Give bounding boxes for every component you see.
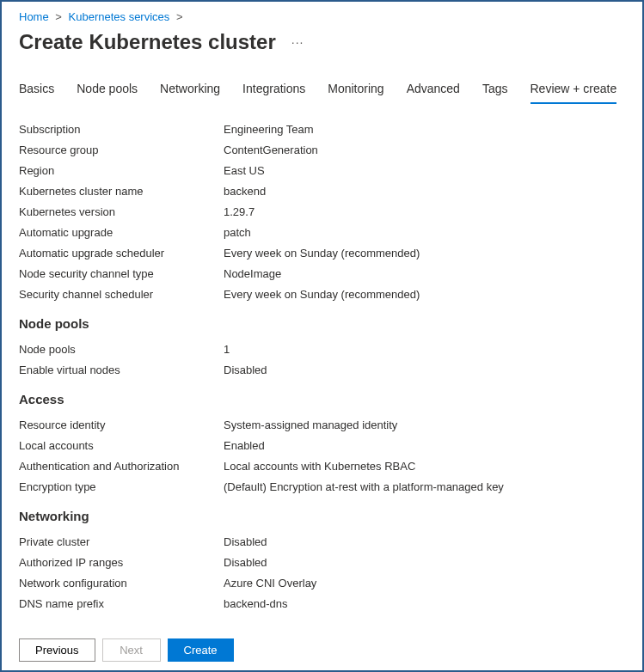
summary-value: 1 [224,343,230,356]
summary-row: Resource identity System-assigned manage… [19,418,625,431]
summary-label: Private cluster [19,535,224,548]
summary-row: Local accounts Enabled [19,439,625,452]
tab-basics[interactable]: Basics [19,76,54,104]
summary-value: Local accounts with Kubernetes RBAC [224,460,415,473]
page-title-row: Create Kubernetes cluster ··· [2,27,642,68]
summary-row: Kubernetes version 1.29.7 [19,205,625,218]
tab-review-create[interactable]: Review + create [531,76,617,104]
summary-row: Encryption type (Default) Encryption at-… [19,480,625,493]
page-title: Create Kubernetes cluster [19,30,276,54]
summary-value: East US [224,164,265,177]
summary-label: Local accounts [19,439,224,452]
summary-row: Resource group ContentGeneration [19,144,625,156]
summary-label: Kubernetes cluster name [19,185,224,198]
summary-label: Security channel scheduler [19,288,224,301]
summary-label: Authorized IP ranges [19,556,224,569]
summary-value: Disabled [224,363,267,376]
footer: Previous Next Create [2,630,642,670]
summary-row: Private cluster Disabled [19,535,625,548]
summary-value: Every week on Sunday (recommended) [224,288,420,301]
previous-button[interactable]: Previous [19,638,95,662]
tab-networking[interactable]: Networking [160,76,220,104]
summary-label: Automatic upgrade [19,226,224,239]
summary-value: (Default) Encryption at-rest with a plat… [224,480,504,493]
summary-value: Every week on Sunday (recommended) [224,247,420,260]
section-heading-networking: Networking [19,509,625,523]
summary-value: patch [224,226,251,239]
summary-label: Automatic upgrade scheduler [19,247,224,260]
section-heading-node-pools: Node pools [19,316,625,331]
summary-value: backend-dns [224,597,287,610]
summary-label: Subscription [19,123,224,136]
summary-value: Enabled [224,439,265,452]
summary-label: DNS name prefix [19,597,224,610]
summary-row: Automatic upgrade scheduler Every week o… [19,247,625,260]
summary-row: DNS name prefix backend-dns [19,597,625,610]
more-icon[interactable]: ··· [291,35,304,49]
summary-row: Security channel scheduler Every week on… [19,288,625,301]
chevron-right-icon: > [176,10,183,23]
breadcrumb-home[interactable]: Home [19,10,49,23]
summary-value: Azure CNI Overlay [224,577,316,590]
summary-row: Authorized IP ranges Disabled [19,556,625,569]
summary-row: Enable virtual nodes Disabled [19,363,625,376]
summary-row: Subscription Engineering Team [19,123,625,136]
summary-label: Resource group [19,144,224,156]
summary-row: Region East US [19,164,625,177]
summary-label: Node security channel type [19,267,224,280]
tab-monitoring[interactable]: Monitoring [328,76,383,104]
breadcrumb: Home > Kubernetes services > [2,2,642,27]
summary-value: backend [224,185,266,198]
summary-label: Network configuration [19,577,224,590]
summary-row: Automatic upgrade patch [19,226,625,239]
chevron-right-icon: > [55,10,62,23]
summary-row: Kubernetes cluster name backend [19,185,625,198]
create-button[interactable]: Create [168,638,234,662]
tabs: Basics Node pools Networking Integration… [2,76,642,104]
summary-label: Resource identity [19,418,224,431]
summary-label: Kubernetes version [19,205,224,218]
summary-value: ContentGeneration [224,144,318,156]
summary-label: Node pools [19,343,224,356]
content-area: Subscription Engineering Team Resource g… [2,104,642,622]
summary-value: NodeImage [224,267,281,280]
summary-value: Disabled [224,556,267,569]
summary-value: System-assigned managed identity [224,418,397,431]
summary-value: Disabled [224,535,267,548]
summary-label: Encryption type [19,480,224,493]
summary-value: Engineering Team [224,123,314,136]
tab-node-pools[interactable]: Node pools [77,76,138,104]
summary-row: Node pools 1 [19,343,625,356]
summary-label: Region [19,164,224,177]
summary-label: Authentication and Authorization [19,460,224,473]
summary-row: Authentication and Authorization Local a… [19,460,625,473]
tab-integrations[interactable]: Integrations [242,76,305,104]
section-heading-access: Access [19,392,625,406]
breadcrumb-kubernetes-services[interactable]: Kubernetes services [69,10,170,23]
summary-row: Network configuration Azure CNI Overlay [19,577,625,590]
summary-row: Node security channel type NodeImage [19,267,625,280]
tab-advanced[interactable]: Advanced [407,76,460,104]
summary-value: 1.29.7 [224,205,255,218]
next-button[interactable]: Next [102,638,161,662]
tab-tags[interactable]: Tags [482,76,508,104]
summary-label: Enable virtual nodes [19,363,224,376]
